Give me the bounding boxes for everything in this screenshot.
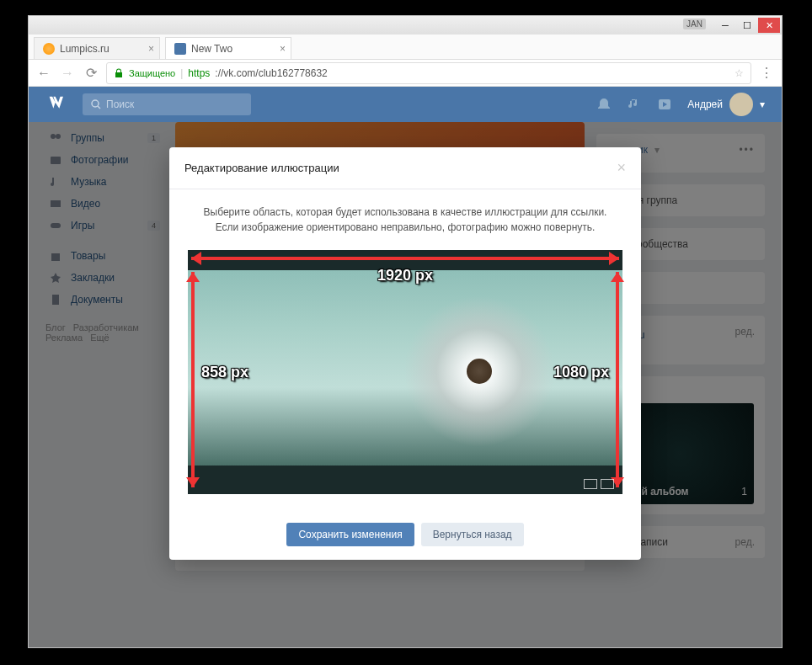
back-button[interactable]: ← [35,65,52,82]
tab-label: Lumpics.ru [60,43,110,55]
close-icon[interactable]: × [617,159,626,177]
rotate-right-icon[interactable] [601,479,614,489]
width-arrow [191,257,619,260]
lock-icon [114,68,124,78]
close-tab-icon[interactable]: × [280,43,286,55]
height-dimension-right: 1080 px [553,364,609,381]
close-tab-icon[interactable]: × [148,43,154,55]
search-placeholder: Поиск [106,98,134,110]
username-label: Андрей [687,98,723,110]
back-button[interactable]: Вернуться назад [421,523,524,546]
menu-button[interactable]: ⋮ [758,65,775,82]
width-dimension: 1920 px [377,267,433,285]
address-bar: ← → ⟳ Защищено | https://vk.com/club1627… [29,60,782,87]
avatar [729,93,753,116]
height-dimension-left: 858 px [201,364,248,381]
image-cropper[interactable]: 1920 px 858 px 1080 px [188,250,622,494]
favicon-icon [43,43,55,55]
rotate-left-icon[interactable] [584,479,597,489]
modal-title: Редактирование иллюстрации [184,162,339,174]
user-menu[interactable]: Андрей ▾ [687,93,765,116]
vk-logo-icon[interactable] [45,93,69,116]
bookmark-icon[interactable]: ☆ [735,67,744,79]
height-arrow-left [191,272,195,487]
browser-window: JAN ─ ☐ ✕ Lumpics.ru × New Two × ← → ⟳ З… [28,15,783,648]
svg-line-1 [98,106,100,109]
music-icon[interactable] [627,97,642,112]
favicon-icon [174,43,186,55]
reload-button[interactable]: ⟳ [83,65,99,82]
svg-point-0 [92,100,99,107]
vk-topbar: Поиск Андрей ▾ [29,87,782,122]
secure-label: Защищено [129,68,175,78]
window-titlebar: JAN ─ ☐ ✕ [29,16,782,35]
browser-tab[interactable]: Lumpics.ru × [34,37,160,59]
window-minimize-button[interactable]: ─ [714,18,736,33]
chevron-down-icon: ▾ [760,98,765,110]
height-arrow-right [616,272,619,487]
notifications-icon[interactable] [596,97,612,112]
save-button[interactable]: Сохранить изменения [286,523,414,546]
search-icon [91,99,101,109]
url-protocol: https [188,67,210,79]
page-content: Поиск Андрей ▾ Группы1 Фотографии Музыка… [29,87,782,647]
forward-button[interactable]: → [59,65,76,82]
window-maximize-button[interactable]: ☐ [736,18,758,33]
rotate-controls [584,479,614,489]
os-user-badge: JAN [683,19,706,29]
browser-tabstrip: Lumpics.ru × New Two × [29,35,782,60]
search-input[interactable]: Поиск [83,93,251,115]
tab-label: New Two [191,43,232,55]
url-text: ://vk.com/club162778632 [215,67,327,79]
crop-modal: Редактирование иллюстрации × Выберите об… [169,147,641,560]
modal-overlay[interactable]: Редактирование иллюстрации × Выберите об… [29,122,782,647]
url-field[interactable]: Защищено | https://vk.com/club162778632 … [106,62,751,84]
browser-tab-active[interactable]: New Two × [165,37,291,59]
video-play-icon[interactable] [657,97,672,112]
window-close-button[interactable]: ✕ [758,18,780,33]
modal-description: Выберите область, которая будет использо… [188,205,622,235]
